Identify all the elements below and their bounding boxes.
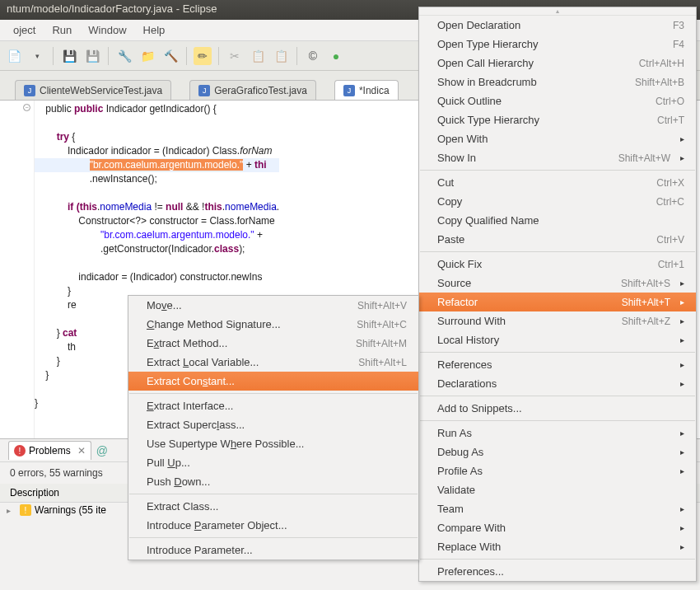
ctx-item-paste[interactable]: PasteCtrl+V xyxy=(419,230,696,249)
tab-indicadorfactory[interactable]: J *Indica xyxy=(334,80,399,100)
ctx-separator xyxy=(420,559,695,560)
chevron-right-icon: ▸ xyxy=(680,335,684,344)
shortcut: Shift+Alt+M xyxy=(356,338,407,349)
menu-window[interactable]: Window xyxy=(80,21,134,40)
ctx-item-show-in[interactable]: Show InShift+Alt+W▸ xyxy=(419,148,696,167)
refactor-icon[interactable]: 🔨 xyxy=(161,47,180,65)
save-icon[interactable]: 💾 xyxy=(60,47,78,65)
ctx-item-move-[interactable]: Move...Shift+Alt+V xyxy=(128,296,418,315)
fold-icon[interactable]: − xyxy=(23,104,30,111)
ctx-item-open-declaration[interactable]: Open DeclarationF3 xyxy=(419,16,696,35)
ctx-item-extract-local-variable-[interactable]: Extract Local Variable...Shift+Alt+L xyxy=(128,353,418,372)
ctx-item-refactor[interactable]: RefactorShift+Alt+T▸ xyxy=(419,293,696,311)
ctx-label: Pull Up... xyxy=(147,457,190,469)
close-icon[interactable]: ✕ xyxy=(77,445,86,457)
ctx-label: Extract Local Variable... xyxy=(147,356,259,368)
cut-icon[interactable]: ✂ xyxy=(226,47,244,65)
chevron-right-icon: ▸ xyxy=(680,428,684,438)
chevron-right-icon: ▸ xyxy=(680,523,684,532)
ctx-label: Open With xyxy=(437,133,488,145)
ctx-item-surround-with[interactable]: Surround WithShift+Alt+Z▸ xyxy=(419,311,696,330)
shortcut: Shift+Alt+S xyxy=(621,278,670,289)
ctx-item-run-as[interactable]: Run As▸ xyxy=(419,424,696,442)
ctx-item-copy-qualified-name[interactable]: Copy Qualified Name xyxy=(419,211,696,230)
menu-grabber[interactable]: ▴ xyxy=(419,7,696,16)
ctx-item-change-method-signature-[interactable]: Change Method Signature...Shift+Alt+C xyxy=(128,315,418,334)
ctx-item-introduce-parameter-[interactable]: Introduce Parameter... xyxy=(128,541,418,560)
ctx-label: Change Method Signature... xyxy=(147,318,281,330)
ctx-label: Debug As xyxy=(437,446,483,458)
ctx-item-preferences-[interactable]: Preferences... xyxy=(419,562,696,581)
ctx-label: Quick Outline xyxy=(437,95,502,107)
shortcut: Ctrl+V xyxy=(656,234,684,246)
problems-tab[interactable]: ! Problems ✕ xyxy=(8,441,91,460)
ctx-item-extract-superclass-[interactable]: Extract Superclass... xyxy=(128,415,418,434)
shortcut: F3 xyxy=(673,20,684,31)
ctx-item-quick-fix[interactable]: Quick FixCtrl+1 xyxy=(419,255,696,274)
paste-icon[interactable]: 📋 xyxy=(272,47,290,65)
new-icon[interactable]: 📄 xyxy=(5,47,23,65)
ctx-item-quick-type-hierarchy[interactable]: Quick Type HierarchyCtrl+T xyxy=(419,110,696,129)
chevron-right-icon: ▸ xyxy=(680,279,684,288)
ctx-item-replace-with[interactable]: Replace With▸ xyxy=(419,537,696,556)
ctx-item-introduce-parameter-object-[interactable]: Introduce Parameter Object... xyxy=(128,516,418,535)
folder-icon[interactable]: 📁 xyxy=(138,47,156,65)
ctx-label: Validate xyxy=(437,484,475,496)
expand-icon[interactable]: ▸ xyxy=(7,506,16,515)
ctx-item-push-down-[interactable]: Push Down... xyxy=(128,472,418,491)
ctx-label: Extract Superclass... xyxy=(147,419,245,431)
ctx-item-extract-class-[interactable]: Extract Class... xyxy=(128,497,418,516)
ctx-item-references[interactable]: References▸ xyxy=(419,355,696,374)
gutter: − xyxy=(0,101,35,438)
ctx-item-compare-with[interactable]: Compare With▸ xyxy=(419,518,696,537)
tab-geragrafico[interactable]: J GeraGraficoTest.java xyxy=(189,80,316,100)
ctx-item-debug-as[interactable]: Debug As▸ xyxy=(419,442,696,461)
ctx-item-extract-method-[interactable]: Extract Method...Shift+Alt+M xyxy=(128,334,418,353)
ctx-item-copy[interactable]: CopyCtrl+C xyxy=(419,192,696,211)
ctx-label: Extract Constant... xyxy=(147,375,235,387)
ctx-item-quick-outline[interactable]: Quick OutlineCtrl+O xyxy=(419,91,696,110)
error-icon: ! xyxy=(14,445,26,457)
ctx-label: Declarations xyxy=(437,377,497,390)
ctx-item-team[interactable]: Team▸ xyxy=(419,499,696,518)
ctx-label: Add to Snippets... xyxy=(437,402,522,414)
ctx-item-declarations[interactable]: Declarations▸ xyxy=(419,374,696,393)
class-icon[interactable]: © xyxy=(304,47,322,65)
ctx-label: Local History xyxy=(437,334,499,346)
ctx-label: Quick Fix xyxy=(437,258,482,270)
java-file-icon: J xyxy=(198,85,210,96)
menu-help[interactable]: Help xyxy=(135,21,174,40)
ctx-item-use-supertype-where-possible-[interactable]: Use Supertype Where Possible... xyxy=(128,434,418,453)
ctx-item-open-with[interactable]: Open With▸ xyxy=(419,129,696,148)
ctx-item-show-in-breadcrumb[interactable]: Show in BreadcrumbShift+Alt+B xyxy=(419,73,696,91)
shortcut: Shift+Alt+B xyxy=(635,77,684,88)
ctx-item-local-history[interactable]: Local History▸ xyxy=(419,330,696,349)
shortcut: Ctrl+Alt+H xyxy=(639,58,684,69)
paint-icon[interactable]: ✏ xyxy=(194,47,212,65)
dropdown-icon[interactable]: ▾ xyxy=(28,47,46,65)
ctx-label: Source xyxy=(437,277,471,289)
at-icon[interactable]: @ xyxy=(96,444,108,457)
ctx-item-extract-interface-[interactable]: Extract Interface... xyxy=(128,396,418,415)
ctx-item-pull-up-[interactable]: Pull Up... xyxy=(128,453,418,472)
ctx-item-open-type-hierarchy[interactable]: Open Type HierarchyF4 xyxy=(419,35,696,54)
wand-icon[interactable]: 🔧 xyxy=(115,47,133,65)
save-all-icon[interactable]: 💾 xyxy=(83,47,101,65)
ctx-item-extract-constant-[interactable]: Extract Constant... xyxy=(128,372,418,391)
shortcut: Shift+Alt+C xyxy=(357,319,407,330)
ctx-item-validate[interactable]: Validate xyxy=(419,480,696,499)
warning-icon: ! xyxy=(20,504,31,516)
menu-project[interactable]: oject xyxy=(5,21,44,40)
ctx-item-source[interactable]: SourceShift+Alt+S▸ xyxy=(419,274,696,293)
ctx-item-cut[interactable]: CutCtrl+X xyxy=(419,173,696,192)
green-icon[interactable]: ● xyxy=(327,47,345,65)
copy-icon[interactable]: 📋 xyxy=(249,47,267,65)
ctx-item-profile-as[interactable]: Profile As▸ xyxy=(419,461,696,480)
chevron-right-icon: ▸ xyxy=(680,297,684,307)
ctx-item-add-to-snippets-[interactable]: Add to Snippets... xyxy=(419,399,696,418)
chevron-right-icon: ▸ xyxy=(680,316,684,325)
ctx-item-open-call-hierarchy[interactable]: Open Call HierarchyCtrl+Alt+H xyxy=(419,54,696,73)
menu-run[interactable]: Run xyxy=(44,21,80,40)
shortcut: Shift+Alt+Z xyxy=(622,316,670,327)
tab-clientewebservice[interactable]: J ClienteWebServiceTest.java xyxy=(15,80,171,100)
